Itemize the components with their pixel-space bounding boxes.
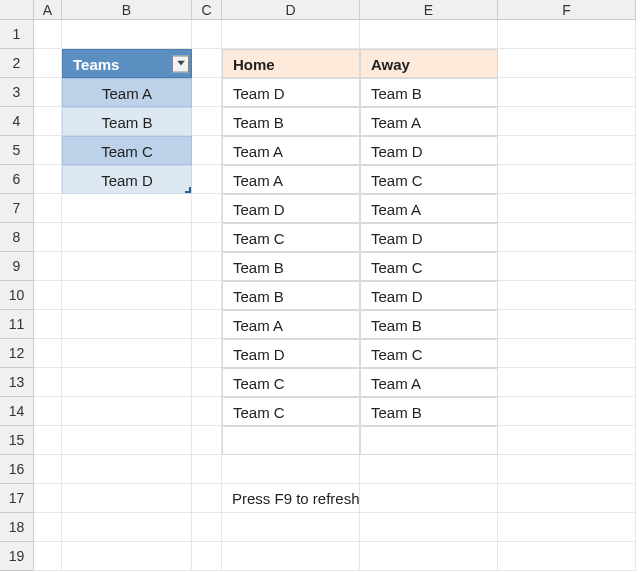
row-header-3[interactable]: 3 bbox=[0, 78, 34, 107]
cell-A3[interactable] bbox=[34, 78, 62, 107]
schedule-home-cell[interactable]: Team D bbox=[222, 339, 360, 368]
cell-B16[interactable] bbox=[62, 455, 192, 484]
cell-A9[interactable] bbox=[34, 252, 62, 281]
row-header-6[interactable]: 6 bbox=[0, 165, 34, 194]
cell-F5[interactable] bbox=[498, 136, 636, 165]
cell-F13[interactable] bbox=[498, 368, 636, 397]
cell-C7[interactable] bbox=[192, 194, 222, 223]
cell-F4[interactable] bbox=[498, 107, 636, 136]
schedule-away-cell[interactable]: Team C bbox=[360, 252, 498, 281]
cell-A13[interactable] bbox=[34, 368, 62, 397]
cell-F8[interactable] bbox=[498, 223, 636, 252]
cell-A8[interactable] bbox=[34, 223, 62, 252]
cell-F2[interactable] bbox=[498, 49, 636, 78]
cell-F12[interactable] bbox=[498, 339, 636, 368]
cell-C12[interactable] bbox=[192, 339, 222, 368]
home-header-cell[interactable]: Home bbox=[222, 49, 360, 78]
cell-C8[interactable] bbox=[192, 223, 222, 252]
schedule-away-cell[interactable]: Team A bbox=[360, 368, 498, 397]
cell-B15[interactable] bbox=[62, 426, 192, 455]
away-header-cell[interactable]: Away bbox=[360, 49, 498, 78]
schedule-away-cell[interactable]: Team D bbox=[360, 223, 498, 252]
cell-B8[interactable] bbox=[62, 223, 192, 252]
schedule-away-cell[interactable]: Team D bbox=[360, 281, 498, 310]
teams-row[interactable]: Team A bbox=[62, 78, 192, 107]
cell-C15[interactable] bbox=[192, 426, 222, 455]
cell-F7[interactable] bbox=[498, 194, 636, 223]
schedule-home-cell[interactable]: Team B bbox=[222, 281, 360, 310]
cell-A12[interactable] bbox=[34, 339, 62, 368]
row-header-13[interactable]: 13 bbox=[0, 368, 34, 397]
cell-E19[interactable] bbox=[360, 542, 498, 571]
row-header-19[interactable]: 19 bbox=[0, 542, 34, 571]
schedule-home-cell[interactable]: Team D bbox=[222, 78, 360, 107]
col-header-A[interactable]: A bbox=[34, 0, 62, 20]
cell-E1[interactable] bbox=[360, 20, 498, 49]
cell-B11[interactable] bbox=[62, 310, 192, 339]
cell-F16[interactable] bbox=[498, 455, 636, 484]
cell-F15[interactable] bbox=[498, 426, 636, 455]
cell-F1[interactable] bbox=[498, 20, 636, 49]
schedule-away-cell[interactable]: Team B bbox=[360, 397, 498, 426]
cell-A14[interactable] bbox=[34, 397, 62, 426]
select-all-corner[interactable] bbox=[0, 0, 34, 20]
col-header-F[interactable]: F bbox=[498, 0, 636, 20]
cell-B12[interactable] bbox=[62, 339, 192, 368]
schedule-home-cell[interactable]: Team B bbox=[222, 252, 360, 281]
cell-A6[interactable] bbox=[34, 165, 62, 194]
cell-A1[interactable] bbox=[34, 20, 62, 49]
cell-F14[interactable] bbox=[498, 397, 636, 426]
col-header-C[interactable]: C bbox=[192, 0, 222, 20]
row-header-11[interactable]: 11 bbox=[0, 310, 34, 339]
cell-C1[interactable] bbox=[192, 20, 222, 49]
cell-C11[interactable] bbox=[192, 310, 222, 339]
cell-A11[interactable] bbox=[34, 310, 62, 339]
cell-C3[interactable] bbox=[192, 78, 222, 107]
refresh-note-cell[interactable]: Press F9 to refresh bbox=[222, 484, 360, 513]
row-header-2[interactable]: 2 bbox=[0, 49, 34, 78]
cell-F17[interactable] bbox=[498, 484, 636, 513]
schedule-away-cell[interactable]: Team A bbox=[360, 194, 498, 223]
cell-B1[interactable] bbox=[62, 20, 192, 49]
cell-F19[interactable] bbox=[498, 542, 636, 571]
cell-C18[interactable] bbox=[192, 513, 222, 542]
cell-F6[interactable] bbox=[498, 165, 636, 194]
schedule-home-cell[interactable]: Team C bbox=[222, 368, 360, 397]
row-header-7[interactable]: 7 bbox=[0, 194, 34, 223]
schedule-home-cell[interactable]: Team A bbox=[222, 165, 360, 194]
cell-E18[interactable] bbox=[360, 513, 498, 542]
row-header-8[interactable]: 8 bbox=[0, 223, 34, 252]
row-header-18[interactable]: 18 bbox=[0, 513, 34, 542]
cell-A7[interactable] bbox=[34, 194, 62, 223]
cell-A2[interactable] bbox=[34, 49, 62, 78]
schedule-empty-cell[interactable] bbox=[360, 426, 498, 455]
table-resize-handle-icon[interactable] bbox=[185, 187, 191, 193]
cell-F18[interactable] bbox=[498, 513, 636, 542]
row-header-17[interactable]: 17 bbox=[0, 484, 34, 513]
cell-B13[interactable] bbox=[62, 368, 192, 397]
schedule-away-cell[interactable]: Team B bbox=[360, 78, 498, 107]
cell-A18[interactable] bbox=[34, 513, 62, 542]
filter-dropdown-button[interactable] bbox=[172, 55, 189, 72]
cell-B7[interactable] bbox=[62, 194, 192, 223]
row-header-12[interactable]: 12 bbox=[0, 339, 34, 368]
cell-B19[interactable] bbox=[62, 542, 192, 571]
row-header-16[interactable]: 16 bbox=[0, 455, 34, 484]
cell-D1[interactable] bbox=[222, 20, 360, 49]
cell-C13[interactable] bbox=[192, 368, 222, 397]
cell-C17[interactable] bbox=[192, 484, 222, 513]
cell-A16[interactable] bbox=[34, 455, 62, 484]
schedule-home-cell[interactable]: Team C bbox=[222, 397, 360, 426]
cell-C16[interactable] bbox=[192, 455, 222, 484]
row-header-5[interactable]: 5 bbox=[0, 136, 34, 165]
cell-B10[interactable] bbox=[62, 281, 192, 310]
cell-F10[interactable] bbox=[498, 281, 636, 310]
schedule-home-cell[interactable]: Team D bbox=[222, 194, 360, 223]
row-header-4[interactable]: 4 bbox=[0, 107, 34, 136]
cell-C2[interactable] bbox=[192, 49, 222, 78]
row-header-15[interactable]: 15 bbox=[0, 426, 34, 455]
cell-C5[interactable] bbox=[192, 136, 222, 165]
schedule-home-cell[interactable]: Team B bbox=[222, 107, 360, 136]
schedule-home-cell[interactable]: Team C bbox=[222, 223, 360, 252]
cell-C19[interactable] bbox=[192, 542, 222, 571]
